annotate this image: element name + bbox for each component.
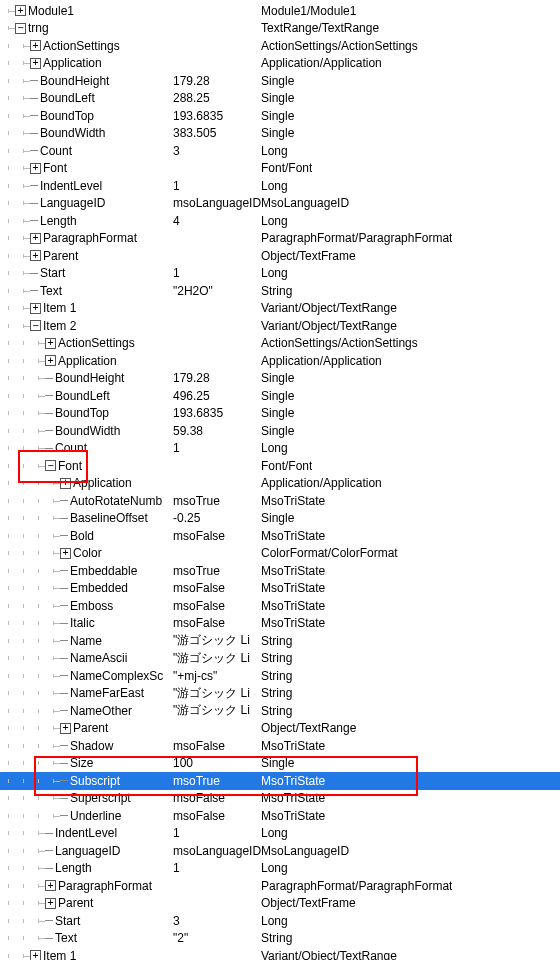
property-value <box>173 300 261 318</box>
tree-row[interactable]: +ActionSettingsActionSettings/ActionSett… <box>0 37 560 55</box>
expand-icon[interactable]: + <box>45 338 56 349</box>
tree-row[interactable]: +Item 1Variant/Object/TextRange <box>0 300 560 318</box>
tree-row[interactable]: +Module1Module1/Module1 <box>0 2 560 20</box>
tree-row[interactable]: Size100Single <box>0 755 560 773</box>
tree-row[interactable]: BoundTop193.6835Single <box>0 107 560 125</box>
tree-row[interactable]: Count1Long <box>0 440 560 458</box>
tree-row[interactable]: +ParentObject/TextFrame <box>0 247 560 265</box>
tree-row[interactable]: +ColorColorFormat/ColorFormat <box>0 545 560 563</box>
tree-row[interactable]: NameFarEast"游ゴシック LiString <box>0 685 560 703</box>
tree-row[interactable]: +ApplicationApplication/Application <box>0 475 560 493</box>
tree-row[interactable]: AutoRotateNumbmsoTrueMsoTriState <box>0 492 560 510</box>
tree-row[interactable]: +ApplicationApplication/Application <box>0 55 560 73</box>
property-type: Long <box>261 212 288 230</box>
property-value: msoLanguageID <box>173 195 261 213</box>
tree-row[interactable]: Start1Long <box>0 265 560 283</box>
tree-row[interactable]: BoundHeight179.28Single <box>0 72 560 90</box>
tree-row[interactable]: IndentLevel1Long <box>0 825 560 843</box>
property-type: Single <box>261 755 294 773</box>
expand-icon[interactable]: + <box>30 40 41 51</box>
expand-icon[interactable]: + <box>30 163 41 174</box>
tree-row[interactable]: BaselineOffset-0.25Single <box>0 510 560 528</box>
tree-row[interactable]: LanguageIDmsoLanguageIDMsoLanguageID <box>0 842 560 860</box>
tree-row[interactable]: −trngTextRange/TextRange <box>0 20 560 38</box>
property-value: msoTrue <box>173 772 261 790</box>
expand-icon[interactable]: + <box>45 898 56 909</box>
property-type: Long <box>261 142 288 160</box>
tree-row[interactable]: BoundLeft496.25Single <box>0 387 560 405</box>
tree-row[interactable]: LanguageIDmsoLanguageIDMsoLanguageID <box>0 195 560 213</box>
property-value <box>173 545 261 563</box>
tree-row[interactable]: ShadowmsoFalseMsoTriState <box>0 737 560 755</box>
tree-row[interactable]: BoundWidth383.505Single <box>0 125 560 143</box>
property-type: Variant/Object/TextRange <box>261 317 397 335</box>
tree-row[interactable]: BoldmsoFalseMsoTriState <box>0 527 560 545</box>
property-value <box>173 160 261 178</box>
expand-icon[interactable]: + <box>45 880 56 891</box>
tree-row[interactable]: +Item 1Variant/Object/TextRange <box>0 947 560 960</box>
property-name: Count <box>40 144 72 158</box>
tree-row[interactable]: SubscriptmsoTrueMsoTriState <box>0 772 560 790</box>
tree-row[interactable]: Count3Long <box>0 142 560 160</box>
tree-row[interactable]: BoundTop193.6835Single <box>0 405 560 423</box>
tree-row[interactable]: NameComplexSc"+mj-cs"String <box>0 667 560 685</box>
tree-row[interactable]: BoundLeft288.25Single <box>0 90 560 108</box>
tree-row[interactable]: UnderlinemsoFalseMsoTriState <box>0 807 560 825</box>
property-name: Parent <box>43 249 78 263</box>
expand-icon[interactable]: + <box>60 548 71 559</box>
tree-row[interactable]: Name"游ゴシック LiString <box>0 632 560 650</box>
collapse-icon[interactable]: − <box>45 460 56 471</box>
tree-row[interactable]: EmbeddablemsoTrueMsoTriState <box>0 562 560 580</box>
tree-row[interactable]: ItalicmsoFalseMsoTriState <box>0 615 560 633</box>
tree-row[interactable]: NameOther"游ゴシック LiString <box>0 702 560 720</box>
property-type: Single <box>261 387 294 405</box>
tree-row[interactable]: −FontFont/Font <box>0 457 560 475</box>
property-name: Name <box>70 634 102 648</box>
property-type: String <box>261 685 292 703</box>
tree-row[interactable]: Length1Long <box>0 860 560 878</box>
expand-icon[interactable]: + <box>30 303 41 314</box>
property-value: 100 <box>173 755 261 773</box>
tree-row[interactable]: −Item 2Variant/Object/TextRange <box>0 317 560 335</box>
collapse-icon[interactable]: − <box>15 23 26 34</box>
property-type: Single <box>261 107 294 125</box>
property-value <box>173 335 261 353</box>
property-name: Font <box>43 161 67 175</box>
expand-icon[interactable]: + <box>45 355 56 366</box>
expand-icon[interactable]: + <box>30 58 41 69</box>
property-value: 179.28 <box>173 72 261 90</box>
tree-row[interactable]: EmbeddedmsoFalseMsoTriState <box>0 580 560 598</box>
property-value: "游ゴシック Li <box>173 632 261 650</box>
expand-icon[interactable]: + <box>15 5 26 16</box>
tree-row[interactable]: +ApplicationApplication/Application <box>0 352 560 370</box>
expand-icon[interactable]: + <box>60 723 71 734</box>
tree-row[interactable]: +ActionSettingsActionSettings/ActionSett… <box>0 335 560 353</box>
tree-row[interactable]: +FontFont/Font <box>0 160 560 178</box>
property-name: BoundHeight <box>55 371 124 385</box>
property-value: msoFalse <box>173 790 261 808</box>
expand-icon[interactable]: + <box>30 250 41 261</box>
property-tree[interactable]: +Module1Module1/Module1−trngTextRange/Te… <box>0 0 560 960</box>
tree-row[interactable]: +ParentObject/TextFrame <box>0 895 560 913</box>
property-name: Text <box>55 931 77 945</box>
tree-row[interactable]: NameAscii"游ゴシック LiString <box>0 650 560 668</box>
tree-row[interactable]: BoundHeight179.28Single <box>0 370 560 388</box>
tree-row[interactable]: Text"2H2O"String <box>0 282 560 300</box>
property-name: NameAscii <box>70 651 127 665</box>
expand-icon[interactable]: + <box>60 478 71 489</box>
property-name: Text <box>40 284 62 298</box>
expand-icon[interactable]: + <box>30 233 41 244</box>
expand-icon[interactable]: + <box>30 950 41 960</box>
tree-row[interactable]: SuperscriptmsoFalseMsoTriState <box>0 790 560 808</box>
tree-row[interactable]: +ParentObject/TextRange <box>0 720 560 738</box>
tree-row[interactable]: Text"2"String <box>0 930 560 948</box>
tree-row[interactable]: +ParagraphFormatParagraphFormat/Paragrap… <box>0 877 560 895</box>
tree-row[interactable]: EmbossmsoFalseMsoTriState <box>0 597 560 615</box>
collapse-icon[interactable]: − <box>30 320 41 331</box>
tree-row[interactable]: +ParagraphFormatParagraphFormat/Paragrap… <box>0 230 560 248</box>
tree-row[interactable]: IndentLevel1Long <box>0 177 560 195</box>
tree-row[interactable]: Length4Long <box>0 212 560 230</box>
tree-row[interactable]: BoundWidth59.38Single <box>0 422 560 440</box>
tree-row[interactable]: Start3Long <box>0 912 560 930</box>
property-name: Embedded <box>70 581 128 595</box>
